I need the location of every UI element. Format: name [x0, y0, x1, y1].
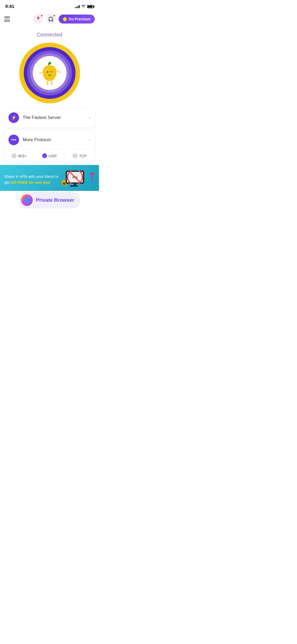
top-nav: 📍 🎧 Go Premium	[0, 12, 99, 26]
ad-visual: Ads	[60, 169, 95, 190]
dots-icon: •••	[11, 137, 16, 143]
protocol-ws-label: WS+	[18, 154, 27, 158]
connected-section: Connected	[0, 26, 99, 103]
lamp-arm	[91, 174, 93, 182]
pear-legs	[47, 81, 52, 85]
speaker-cone	[63, 183, 65, 185]
go-premium-button[interactable]: Go Premium	[59, 15, 95, 24]
support-button[interactable]: 🎧	[46, 14, 56, 24]
eye-right-wink	[50, 71, 52, 72]
pear-smile	[48, 74, 51, 76]
protocol-udp-check	[42, 153, 47, 158]
more-protocol-chevron-icon: ›	[89, 137, 91, 143]
globe-icon-wrap: 🌐	[21, 194, 33, 206]
vpn-button[interactable]	[19, 43, 80, 103]
monitor-screen: Ads	[67, 172, 83, 182]
bottom-bar: 🌐 Private Browser	[0, 191, 99, 215]
signal-bars-icon	[75, 5, 80, 8]
mascot	[40, 62, 59, 84]
globe-icon: 🌐	[23, 197, 31, 204]
more-protocol-icon-wrap: •••	[8, 135, 19, 145]
protocol-ws-check	[12, 153, 16, 158]
lightning-icon: ⚡	[11, 115, 17, 121]
connected-status-text: Connected	[37, 32, 62, 38]
fastest-server-row[interactable]: ⚡ The Fastest Server ›	[4, 108, 95, 127]
pear-face	[47, 71, 52, 76]
more-protocol-label: More Protocol	[23, 137, 89, 142]
location-notification-dot	[41, 15, 43, 17]
no-ads-circle-icon	[67, 172, 83, 182]
fastest-server-chevron-icon: ›	[89, 115, 91, 121]
status-bar: 9:41	[0, 0, 99, 12]
status-time: 9:41	[5, 4, 14, 9]
ad-text: Share X-VPN with your friend to get AD-F…	[4, 174, 60, 186]
fastest-server-label: The Fastest Server	[23, 115, 89, 120]
leg-left	[47, 81, 48, 85]
diamond-icon	[63, 17, 67, 21]
status-icons	[75, 5, 94, 9]
protocol-tcp-label: TCP	[79, 154, 87, 158]
pear-arm-right	[56, 70, 61, 73]
pear-eyes	[47, 71, 52, 73]
nav-right-icons: 📍 🎧 Go Premium	[33, 14, 95, 24]
ad-banner[interactable]: Share X-VPN with your friend to get AD-F…	[0, 165, 99, 195]
protocol-udp[interactable]: UDP	[35, 150, 65, 162]
battery-icon	[87, 5, 94, 8]
fastest-server-card[interactable]: ⚡ The Fastest Server ›	[4, 108, 95, 127]
protocol-ws[interactable]: WS+	[4, 150, 35, 162]
circle-inner	[33, 56, 67, 90]
headset-icon: 🎧	[48, 16, 54, 22]
location-pin-icon: 📍	[35, 16, 41, 22]
leg-right	[51, 81, 52, 85]
protocol-tcp[interactable]: TCP	[65, 150, 95, 162]
cards-section: ⚡ The Fastest Server › ••• More Protocol…	[0, 103, 99, 162]
lamp-head-icon	[90, 172, 95, 175]
pear-body	[43, 65, 56, 81]
monitor-base	[70, 185, 78, 187]
monitor-icon: Ads	[66, 171, 84, 184]
private-browser-button[interactable]: 🌐 Private Browser	[18, 192, 81, 209]
premium-label: Go Premium	[69, 17, 91, 21]
pear-leaf	[48, 62, 52, 65]
menu-button[interactable]	[4, 17, 10, 21]
eye-left	[47, 71, 48, 73]
fastest-server-icon-wrap: ⚡	[8, 112, 19, 123]
more-protocol-row[interactable]: ••• More Protocol ›	[4, 130, 95, 149]
private-browser-label: Private Browser	[36, 197, 74, 203]
pear-arm-left	[39, 72, 43, 74]
protocol-udp-label: UDP	[49, 154, 57, 158]
ad-highlight-text: AD-FREE for one day!	[11, 180, 50, 185]
protocol-tcp-check	[73, 153, 77, 158]
support-notification-dot	[53, 15, 55, 17]
protocol-options: WS+ UDP TCP	[4, 149, 95, 162]
more-protocol-card[interactable]: ••• More Protocol › WS+ UDP TCP	[4, 130, 95, 162]
location-button[interactable]: 📍	[33, 14, 43, 24]
wifi-icon	[81, 5, 86, 9]
